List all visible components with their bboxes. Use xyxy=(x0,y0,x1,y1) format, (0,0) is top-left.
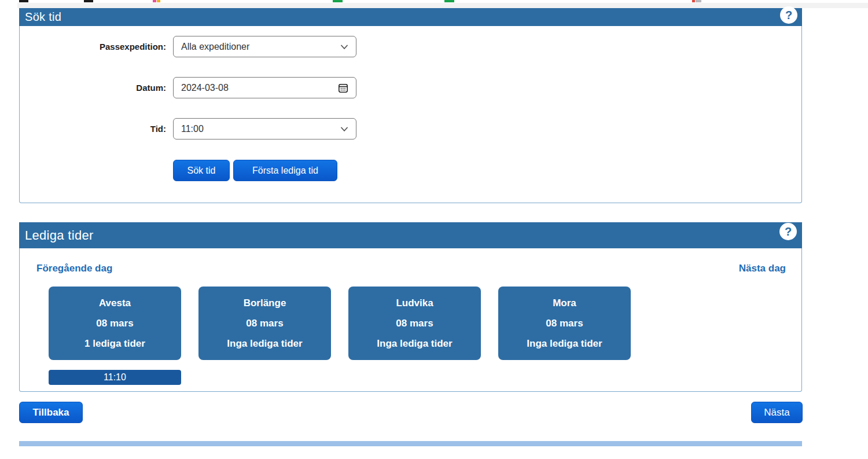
next-day-link[interactable]: Nästa dag xyxy=(739,263,786,273)
location-card-mora[interactable]: Mora 08 mars Inga lediga tider xyxy=(498,287,631,360)
location-card-ludvika[interactable]: Ludvika 08 mars Inga lediga tider xyxy=(348,287,481,360)
passexpedition-row: Passexpedition: Alla expeditioner xyxy=(20,36,801,57)
location-availability: Inga lediga tider xyxy=(377,338,452,350)
next-button[interactable]: Nästa xyxy=(751,402,803,423)
times-panel-header: Lediga tider ? xyxy=(19,222,802,248)
chevron-down-icon xyxy=(340,42,349,52)
bookmarks-strip xyxy=(0,0,868,8)
datum-label: Datum: xyxy=(20,83,166,93)
tid-select[interactable]: 11:00 xyxy=(173,118,356,139)
location-date: 08 mars xyxy=(396,318,433,329)
favicon-fragment xyxy=(696,0,701,2)
search-form: Passexpedition: Alla expeditioner Datum:… xyxy=(20,26,801,181)
tid-row: Tid: 11:00 xyxy=(20,118,801,139)
passexpedition-label: Passexpedition: xyxy=(20,42,166,52)
location-card-borlange[interactable]: Borlänge 08 mars Inga lediga tider xyxy=(198,287,331,360)
search-time-panel: Sök tid ? Passexpedition: Alla expeditio… xyxy=(19,8,802,203)
location-availability: Inga lediga tider xyxy=(227,338,302,350)
time-slot-button[interactable]: 11:10 xyxy=(49,370,181,385)
available-times-panel: Lediga tider ? Föregående dag Nästa dag … xyxy=(19,222,802,392)
search-panel-header: Sök tid ? xyxy=(19,8,802,26)
location-availability: 1 lediga tider xyxy=(84,338,145,350)
tid-label: Tid: xyxy=(20,124,166,134)
tid-selected-value: 11:00 xyxy=(181,124,340,134)
passexpedition-selected-value: Alla expeditioner xyxy=(181,42,340,52)
passexpedition-select[interactable]: Alla expeditioner xyxy=(173,36,356,57)
location-card-avesta[interactable]: Avesta 08 mars 1 lediga tider xyxy=(49,287,181,360)
favicon-fragment xyxy=(692,0,695,2)
datum-value: 2024-03-08 xyxy=(181,83,337,93)
location-name: Avesta xyxy=(99,298,131,309)
help-icon[interactable]: ? xyxy=(779,223,797,240)
location-availability: Inga lediga tider xyxy=(527,338,602,350)
day-navigation: Föregående dag Nästa dag xyxy=(36,263,786,273)
times-panel-title: Lediga tider xyxy=(25,228,94,243)
datum-input[interactable]: 2024-03-08 xyxy=(173,77,356,98)
page-top-shade xyxy=(17,3,868,8)
search-time-button[interactable]: Sök tid xyxy=(173,160,230,181)
location-date: 08 mars xyxy=(96,318,133,329)
favicon-fragment xyxy=(19,0,28,2)
datum-row: Datum: 2024-03-08 xyxy=(20,77,801,98)
location-cards-row: Avesta 08 mars 1 lediga tider Borlänge 0… xyxy=(49,287,801,360)
favicon-fragment xyxy=(444,0,454,2)
favicon-fragment xyxy=(153,0,156,2)
previous-day-link[interactable]: Föregående dag xyxy=(36,263,112,273)
search-panel-title: Sök tid xyxy=(25,10,61,23)
favicon-fragment xyxy=(157,0,160,2)
bottom-divider-bar xyxy=(19,441,802,446)
back-button[interactable]: Tillbaka xyxy=(19,402,83,423)
chevron-down-icon xyxy=(340,124,349,134)
location-name: Ludvika xyxy=(396,298,433,309)
help-icon[interactable]: ? xyxy=(780,6,797,24)
search-buttons-row: Sök tid Första lediga tid xyxy=(173,160,801,181)
location-date: 08 mars xyxy=(246,318,283,329)
favicon-fragment xyxy=(333,0,343,2)
location-date: 08 mars xyxy=(546,318,583,329)
page: Sök tid ? Passexpedition: Alla expeditio… xyxy=(0,0,868,459)
location-name: Borlänge xyxy=(244,298,286,309)
favicon-fragment xyxy=(84,0,93,2)
first-available-time-button[interactable]: Första lediga tid xyxy=(233,160,337,181)
time-slot-row: 11:10 xyxy=(49,370,801,385)
calendar-icon[interactable] xyxy=(337,82,349,94)
location-name: Mora xyxy=(553,298,576,309)
